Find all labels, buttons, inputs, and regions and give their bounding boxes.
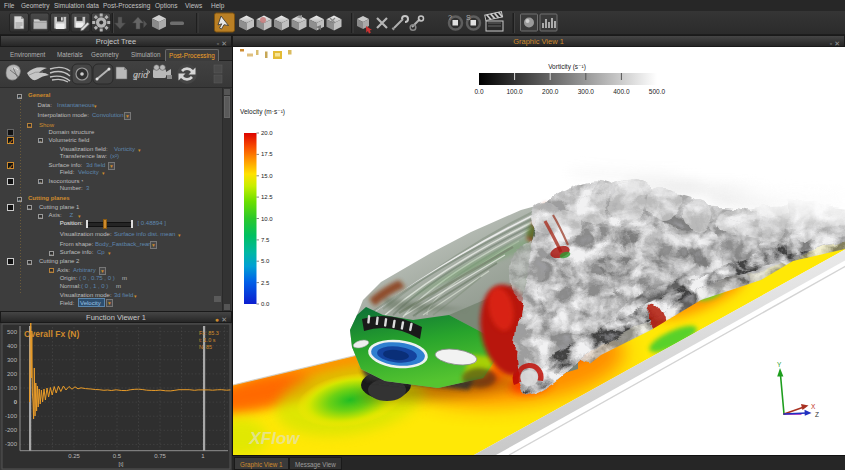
svg-text:t: 1.0 s: t: 1.0 s: [199, 337, 216, 343]
svg-text:Velocity (m·s⁻¹): Velocity (m·s⁻¹): [240, 108, 285, 116]
svg-text:200: 200: [7, 371, 18, 377]
svg-text:5.0: 5.0: [261, 258, 270, 264]
svg-text:[t]: [t]: [118, 461, 123, 467]
svg-text:?: ?: [448, 14, 452, 21]
svg-text:Vorticity (s⁻¹): Vorticity (s⁻¹): [548, 63, 586, 71]
svg-text:17.5: 17.5: [261, 151, 273, 157]
svg-text:300.0: 300.0: [578, 88, 595, 95]
svg-text:15.0: 15.0: [261, 173, 273, 179]
svg-text:400.0: 400.0: [613, 88, 630, 95]
svg-text:0.25: 0.25: [68, 453, 80, 459]
svg-text:20.0: 20.0: [261, 130, 273, 136]
svg-text:-300: -300: [5, 441, 18, 447]
svg-text:XFlow: XFlow: [248, 429, 301, 448]
svg-text:0.75: 0.75: [154, 453, 166, 459]
svg-text:7.5: 7.5: [261, 237, 270, 243]
svg-text:500: 500: [7, 329, 18, 335]
svg-text:Fx: 85.3: Fx: 85.3: [199, 330, 219, 336]
svg-text:300: 300: [7, 357, 18, 363]
svg-text:100: 100: [7, 385, 18, 391]
svg-text:S: S: [466, 14, 471, 21]
svg-text:X: X: [811, 403, 816, 410]
svg-text:-100: -100: [5, 413, 18, 419]
svg-text:400: 400: [7, 343, 18, 349]
svg-text:N: 85: N: 85: [199, 344, 212, 350]
svg-text:10.0: 10.0: [261, 216, 273, 222]
svg-text:-200: -200: [5, 427, 18, 433]
svg-text:200.0: 200.0: [542, 88, 559, 95]
svg-text:Y: Y: [777, 361, 782, 368]
svg-text:100.0: 100.0: [506, 88, 523, 95]
svg-text:12.5: 12.5: [261, 194, 273, 200]
svg-text:Z: Z: [815, 411, 819, 418]
svg-text:Overall Fx (N): Overall Fx (N): [24, 329, 79, 339]
svg-text:0.0: 0.0: [261, 301, 270, 307]
svg-text:0.0: 0.0: [474, 88, 483, 95]
svg-text:2.5: 2.5: [261, 280, 270, 286]
svg-text:0.5: 0.5: [113, 453, 122, 459]
svg-text:500.0: 500.0: [649, 88, 666, 95]
